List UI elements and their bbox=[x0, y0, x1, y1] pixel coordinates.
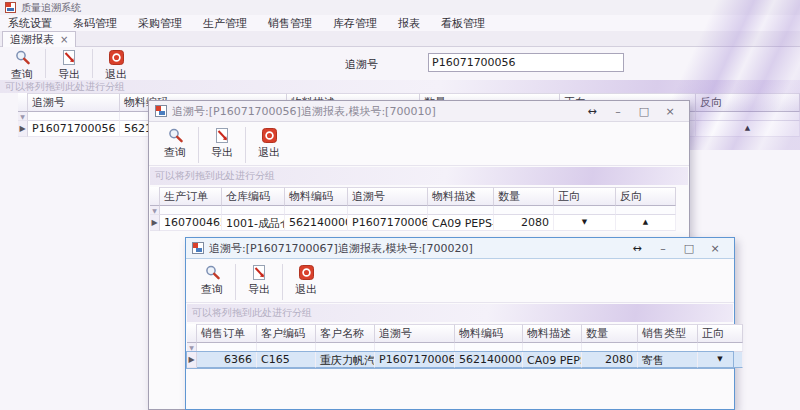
float-icon[interactable]: ↔ bbox=[579, 105, 605, 118]
column-header[interactable]: 仓库编码 bbox=[222, 187, 285, 206]
menu-item[interactable]: 看板管理 bbox=[441, 16, 485, 31]
float-icon[interactable]: ↔ bbox=[624, 242, 650, 255]
window-titlebar[interactable]: 质量追溯系统 bbox=[0, 0, 800, 15]
grid-cell[interactable] bbox=[375, 343, 455, 352]
grid-filter-row[interactable]: ▼ bbox=[187, 343, 733, 352]
grid-cell[interactable] bbox=[222, 206, 285, 215]
grid-cell[interactable]: 562140000 bbox=[285, 215, 348, 231]
grid-cell[interactable]: P16071700067 bbox=[348, 215, 428, 231]
grid-cell[interactable]: 6366 bbox=[197, 352, 257, 368]
export-button[interactable]: 导出 bbox=[49, 47, 89, 83]
grid-cell[interactable] bbox=[197, 343, 257, 352]
grid-cell[interactable]: ▲ bbox=[696, 121, 800, 137]
export-button[interactable]: 导出 bbox=[239, 262, 279, 298]
column-header[interactable]: 物料描述 bbox=[428, 187, 494, 206]
child-window-titlebar[interactable]: 追溯号:[P16071700067]追溯报表,模块号:[700020] ↔ – … bbox=[186, 238, 734, 259]
toolbar-separator bbox=[282, 264, 283, 300]
column-header[interactable]: 追溯号 bbox=[28, 93, 120, 112]
column-header[interactable]: 反向 bbox=[616, 187, 676, 206]
grid-cell[interactable] bbox=[523, 343, 582, 352]
grid-cell[interactable] bbox=[428, 206, 494, 215]
column-header[interactable]: 反向 bbox=[696, 93, 800, 112]
menu-item[interactable]: 系统设置 bbox=[8, 16, 52, 31]
menu-item[interactable]: 条码管理 bbox=[73, 16, 117, 31]
grid-header-row: 销售订单客户编码客户名称追溯号物料编码物料描述数量销售类型正向 bbox=[187, 324, 733, 343]
grid-cell[interactable]: 重庆力帆汽车... bbox=[316, 352, 375, 368]
grid-cell[interactable] bbox=[160, 206, 222, 215]
query-button[interactable]: 查询 bbox=[2, 47, 42, 83]
grid-cell[interactable]: ▼ bbox=[698, 352, 743, 368]
window-controls: ↔ – □ × bbox=[579, 105, 683, 118]
column-header[interactable]: 数量 bbox=[582, 324, 638, 343]
close-icon[interactable]: × bbox=[702, 242, 728, 255]
query-button[interactable]: 查询 bbox=[192, 262, 232, 298]
grid-cell[interactable]: P16071700067 bbox=[375, 352, 455, 368]
menu-item[interactable]: 销售管理 bbox=[268, 16, 312, 31]
grid-cell[interactable] bbox=[616, 206, 676, 215]
child-window-titlebar[interactable]: 追溯号:[P16071700056]追溯报表,模块号:[700010] ↔ – … bbox=[149, 101, 689, 122]
grid-cell[interactable] bbox=[698, 343, 743, 352]
column-header[interactable]: 正向 bbox=[698, 324, 743, 343]
column-header[interactable]: 生产订单 bbox=[160, 187, 222, 206]
grid-cell[interactable]: CA09 PEPS-主驾... bbox=[428, 215, 494, 231]
grid-cell[interactable] bbox=[494, 206, 554, 215]
grid-cell[interactable] bbox=[348, 206, 428, 215]
trace-number-input[interactable] bbox=[428, 53, 624, 72]
grid-filter-row[interactable]: ▼ bbox=[150, 206, 688, 215]
child-window-700020[interactable]: 追溯号:[P16071700067]追溯报表,模块号:[700020] ↔ – … bbox=[185, 237, 735, 410]
column-header[interactable]: 物料描述 bbox=[523, 324, 582, 343]
child-window-title: 追溯号:[P16071700067]追溯报表,模块号:[700020] bbox=[209, 241, 473, 256]
grid-cell[interactable] bbox=[455, 343, 523, 352]
grid-cell[interactable]: 2080 bbox=[494, 215, 554, 231]
column-header[interactable]: 物料编码 bbox=[455, 324, 523, 343]
export-button[interactable]: 导出 bbox=[202, 125, 242, 161]
grid-cell[interactable] bbox=[638, 343, 698, 352]
grid-cell[interactable]: CA09 PEPS-主... bbox=[523, 352, 582, 368]
exit-button[interactable]: 退出 bbox=[286, 262, 326, 298]
grid-cell[interactable]: 寄售 bbox=[638, 352, 698, 368]
grid-cell[interactable] bbox=[316, 343, 375, 352]
menu-item[interactable]: 生产管理 bbox=[203, 16, 247, 31]
exit-button[interactable]: 退出 bbox=[96, 47, 136, 83]
column-header[interactable]: 追溯号 bbox=[348, 187, 428, 206]
grid-cell[interactable]: 2080 bbox=[582, 352, 638, 368]
grid-cell[interactable]: ▲ bbox=[616, 215, 676, 231]
column-header[interactable]: 数量 bbox=[494, 187, 554, 206]
column-header[interactable]: 物料编码 bbox=[285, 187, 348, 206]
query-button[interactable]: 查询 bbox=[155, 125, 195, 161]
minimize-icon[interactable]: – bbox=[650, 242, 676, 255]
tab-close-icon[interactable]: × bbox=[60, 34, 68, 45]
grid-cell[interactable]: 1001-成品仓 bbox=[222, 215, 285, 231]
grid-data-row[interactable]: ▶6366C165重庆力帆汽车...P16071700067562140000C… bbox=[187, 352, 733, 368]
column-header[interactable]: 追溯号 bbox=[375, 324, 455, 343]
column-header[interactable]: 销售订单 bbox=[197, 324, 257, 343]
grid-cell[interactable] bbox=[582, 343, 638, 352]
column-header[interactable]: 客户编码 bbox=[257, 324, 316, 343]
grid-cell[interactable]: C165 bbox=[257, 352, 316, 368]
grid-cell[interactable]: 562140000 bbox=[455, 352, 523, 368]
maximize-icon[interactable]: □ bbox=[631, 105, 657, 118]
grid-cell[interactable] bbox=[28, 112, 120, 121]
minimize-icon[interactable]: – bbox=[605, 105, 631, 118]
menu-item[interactable]: 采购管理 bbox=[138, 16, 182, 31]
grid-cell[interactable]: ▼ bbox=[554, 215, 616, 231]
export-icon bbox=[61, 49, 78, 66]
grid-data-row[interactable]: ▶1607004651001-成品仓562140000P16071700067C… bbox=[150, 215, 688, 231]
grid-cell[interactable] bbox=[696, 112, 800, 121]
exit-icon bbox=[108, 49, 125, 66]
report-window-icon bbox=[155, 105, 167, 117]
grid-cell[interactable] bbox=[285, 206, 348, 215]
maximize-icon[interactable]: □ bbox=[676, 242, 702, 255]
menu-item[interactable]: 库存管理 bbox=[333, 16, 377, 31]
grid-cell[interactable]: P16071700056 bbox=[28, 121, 120, 137]
tab-trace-report[interactable]: 追溯报表 × bbox=[2, 31, 76, 47]
column-header[interactable]: 正向 bbox=[554, 187, 616, 206]
grid-cell[interactable] bbox=[257, 343, 316, 352]
close-icon[interactable]: × bbox=[657, 105, 683, 118]
grid-cell[interactable]: 160700465 bbox=[160, 215, 222, 231]
column-header[interactable]: 销售类型 bbox=[638, 324, 698, 343]
grid-cell[interactable] bbox=[554, 206, 616, 215]
exit-button[interactable]: 退出 bbox=[249, 125, 289, 161]
column-header[interactable]: 客户名称 bbox=[316, 324, 375, 343]
menu-item[interactable]: 报表 bbox=[398, 16, 420, 31]
